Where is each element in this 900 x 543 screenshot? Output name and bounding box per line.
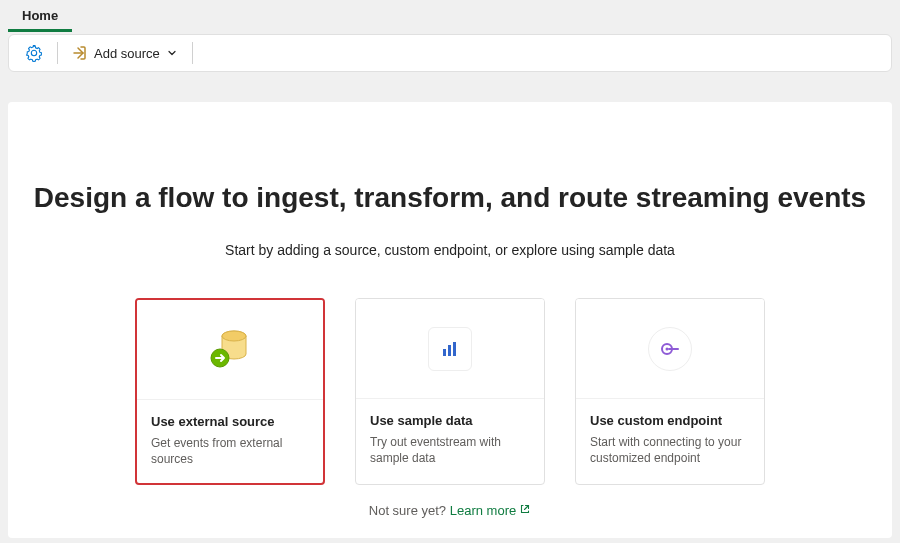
footer-line: Not sure yet? Learn more — [8, 503, 892, 518]
card-title: Use external source — [151, 414, 309, 429]
card-icon-area — [576, 299, 764, 399]
svg-rect-5 — [453, 342, 456, 356]
card-icon-area — [137, 300, 323, 400]
bar-chart-icon — [428, 327, 472, 371]
add-source-button[interactable]: Add source — [64, 39, 186, 67]
toolbar: Add source — [8, 34, 892, 72]
page-subhead: Start by adding a source, custom endpoin… — [8, 242, 892, 258]
card-title: Use sample data — [370, 413, 530, 428]
add-source-label: Add source — [94, 46, 160, 61]
toolbar-separator — [57, 42, 58, 64]
learn-more-link[interactable]: Learn more — [450, 503, 531, 518]
card-icon-area — [356, 299, 544, 399]
add-source-icon — [72, 45, 88, 61]
page-headline: Design a flow to ingest, transform, and … — [8, 182, 892, 214]
endpoint-icon — [648, 327, 692, 371]
toolbar-separator — [192, 42, 193, 64]
card-external-source[interactable]: Use external source Get events from exte… — [135, 298, 325, 485]
card-row: Use external source Get events from exte… — [8, 298, 892, 485]
card-desc: Get events from external sources — [151, 435, 309, 467]
external-link-icon — [519, 503, 531, 518]
tab-bar: Home — [0, 0, 900, 32]
svg-point-1 — [222, 331, 246, 341]
settings-button[interactable] — [17, 39, 51, 67]
gear-icon — [25, 44, 43, 62]
svg-point-8 — [666, 347, 669, 350]
svg-rect-4 — [448, 345, 451, 356]
card-body: Use sample data Try out eventstream with… — [356, 399, 544, 482]
toolbar-wrap: Add source — [0, 32, 900, 72]
database-arrow-icon — [204, 322, 256, 378]
card-custom-endpoint[interactable]: Use custom endpoint Start with connectin… — [575, 298, 765, 485]
card-desc: Start with connecting to your customized… — [590, 434, 750, 466]
chevron-down-icon — [166, 47, 178, 59]
card-desc: Try out eventstream with sample data — [370, 434, 530, 466]
card-title: Use custom endpoint — [590, 413, 750, 428]
card-sample-data[interactable]: Use sample data Try out eventstream with… — [355, 298, 545, 485]
card-body: Use custom endpoint Start with connectin… — [576, 399, 764, 482]
tab-home[interactable]: Home — [8, 0, 72, 32]
card-body: Use external source Get events from exte… — [137, 400, 323, 483]
svg-rect-3 — [443, 349, 446, 356]
main-content: Design a flow to ingest, transform, and … — [8, 102, 892, 538]
footer-prompt: Not sure yet? — [369, 503, 446, 518]
learn-more-label: Learn more — [450, 503, 516, 518]
